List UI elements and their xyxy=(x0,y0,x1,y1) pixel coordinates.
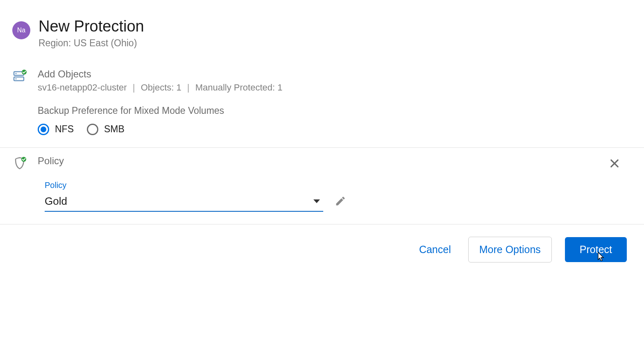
page-title: New Protection xyxy=(39,18,144,35)
backup-preference-radio-group: NFS SMB xyxy=(38,124,632,135)
chevron-down-icon xyxy=(313,199,320,203)
edit-policy-button[interactable] xyxy=(335,195,346,208)
radio-icon xyxy=(38,124,49,135)
policy-section: Policy Policy Gold xyxy=(0,148,644,224)
radio-nfs-label: NFS xyxy=(55,124,74,135)
close-icon xyxy=(609,158,620,169)
svg-point-2 xyxy=(16,73,17,74)
policy-section-title: Policy xyxy=(38,155,632,167)
add-objects-subtitle: sv16-netapp02-cluster | Objects: 1 | Man… xyxy=(38,82,632,93)
policy-body: Policy Policy Gold xyxy=(38,155,632,212)
add-objects-section: Add Objects sv16-netapp02-cluster | Obje… xyxy=(0,61,644,148)
cluster-name: sv16-netapp02-cluster xyxy=(38,82,127,93)
policy-field-label: Policy xyxy=(45,181,632,190)
cursor-icon xyxy=(596,251,605,265)
shield-icon xyxy=(12,155,27,172)
page-subtitle: Region: US East (Ohio) xyxy=(39,38,144,49)
policy-select[interactable]: Gold xyxy=(45,192,323,212)
radio-nfs[interactable]: NFS xyxy=(38,124,74,135)
page-header: Na New Protection Region: US East (Ohio) xyxy=(0,0,644,61)
protect-button-label: Protect xyxy=(580,244,612,255)
avatar-text: Na xyxy=(17,27,25,34)
radio-smb-label: SMB xyxy=(104,124,125,135)
add-objects-body: Add Objects sv16-netapp02-cluster | Obje… xyxy=(38,68,632,135)
manually-protected-count: Manually Protected: 1 xyxy=(195,82,283,93)
pencil-icon xyxy=(335,195,346,207)
policy-select-value: Gold xyxy=(45,195,67,208)
more-options-button[interactable]: More Options xyxy=(468,237,552,263)
storage-icon xyxy=(12,68,27,86)
add-objects-title: Add Objects xyxy=(38,68,632,80)
separator: | xyxy=(133,82,135,93)
header-text: New Protection Region: US East (Ohio) xyxy=(39,18,144,49)
avatar: Na xyxy=(12,21,30,39)
cancel-button[interactable]: Cancel xyxy=(415,239,455,260)
protect-button[interactable]: Protect xyxy=(565,237,627,262)
backup-preference-label: Backup Preference for Mixed Mode Volumes xyxy=(38,105,632,116)
separator: | xyxy=(187,82,190,93)
close-button[interactable] xyxy=(609,158,620,171)
objects-count: Objects: 1 xyxy=(141,82,181,93)
radio-smb[interactable]: SMB xyxy=(87,124,125,135)
svg-point-3 xyxy=(16,78,17,79)
radio-icon xyxy=(87,124,98,135)
footer-actions: Cancel More Options Protect xyxy=(0,224,644,275)
policy-select-row: Gold xyxy=(45,192,632,212)
